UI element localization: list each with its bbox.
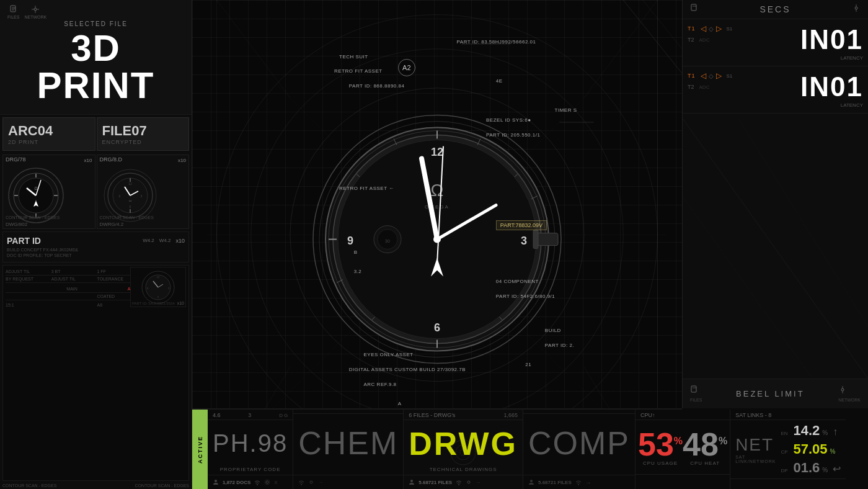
signal-block-1: T1 ◁ ◇ ▷ S1 T2 ADC IN01 LATENCY	[683, 19, 868, 66]
left-top: FILES NETWORK SELECTED FILE 3D PRINT	[0, 0, 192, 115]
svg-line-121	[738, 119, 868, 326]
drwg-gear-overlay	[448, 437, 479, 470]
part-id-desc: BUILD CONCEPT FX:4A4:JK02ME& DOC ID PROF…	[7, 247, 185, 258]
svg-rect-115	[691, 4, 696, 11]
arrow-right-icon-1: ▷	[716, 24, 722, 33]
comp-section[interactable]: COMP 5.68721 FILES →	[523, 410, 636, 489]
svg-line-122	[683, 197, 812, 379]
svg-text:3: 3	[521, 235, 527, 247]
svg-text:6: 6	[129, 205, 131, 209]
cpu-usage-stat: 53% CPU USAGE	[638, 428, 683, 466]
svg-point-107	[451, 440, 476, 465]
person-icon-drwg	[409, 477, 415, 488]
svg-point-114	[578, 484, 579, 485]
diamond-icon-2: ◇	[709, 73, 714, 79]
thumb-drg8d[interactable]: DRG/8.D x10 ω 12 3 6	[97, 155, 190, 229]
left-panel: FILES NETWORK SELECTED FILE 3D PRINT ARC…	[0, 0, 192, 489]
cpu-section: CPU↑ 53% CPU USAGE 48%	[636, 410, 730, 489]
network-label: NETWORK	[24, 15, 46, 19]
chem-section[interactable]: CHEM →	[293, 410, 404, 489]
svg-text:ω: ω	[128, 199, 131, 202]
network-icon-bezel[interactable]	[838, 385, 861, 397]
right-panel-header: SECS	[683, 0, 868, 19]
svg-point-111	[458, 484, 459, 485]
right-panel: SECS T1 ◁ ◇ ▷ S1 T2	[682, 0, 868, 408]
network-icon-right[interactable]	[852, 4, 861, 15]
svg-point-105	[301, 484, 302, 485]
wifi-icon-drwg	[456, 477, 462, 488]
sat-section: SAT LINKS - 8 NET SAT LINK/NETWORK EN	[730, 410, 846, 489]
svg-text:12: 12	[431, 146, 443, 158]
arrow-icon-comp: →	[585, 479, 591, 486]
part-id-section: PART ID W4.2 W4.2 x10 BUILD CONCEPT FX:4…	[2, 231, 189, 262]
svg-text:30: 30	[385, 239, 390, 243]
bezel-limit-section: FILES BEZEL LIMIT NETWORK	[683, 379, 868, 408]
settings-icon-chem	[308, 477, 314, 488]
bottom-sections: 4.6 3 D G PH.98 PROPRIETARY CODE	[208, 410, 846, 489]
data-table-area: ADJUST TIL 3 BT 1 FF COMPUTED TIL BY REQ…	[2, 265, 189, 481]
right-panel-spacer	[683, 119, 868, 379]
active-tab[interactable]: ACTIVE	[192, 410, 208, 489]
arc-file-row: ARC04 2D PRINT FILE07 ENCRYPTED	[2, 117, 189, 151]
main-container: FILES NETWORK SELECTED FILE 3D PRINT ARC…	[0, 0, 868, 489]
files-icon-left[interactable]: FILES	[7, 5, 19, 19]
svg-text:3: 3	[140, 194, 142, 198]
arrow-left-icon-1: ◁	[701, 24, 706, 33]
svg-point-112	[467, 481, 470, 483]
svg-point-108	[456, 445, 471, 460]
ph-section[interactable]: 4.6 3 D G PH.98 PROPRIETARY CODE	[208, 410, 293, 489]
svg-point-109	[460, 449, 466, 455]
settings-icon	[264, 477, 270, 488]
small-watch-thumb[interactable]: 12 6 9 3 x10 PART ID: 5A.8.6923.5534	[130, 267, 186, 307]
svg-point-96	[433, 236, 441, 243]
arrow-up-icon: ↑	[833, 426, 838, 437]
thumb-row: DRG/78 x10	[0, 152, 192, 230]
svg-text:9: 9	[118, 194, 120, 198]
diamond-icon-1: ◇	[709, 25, 714, 32]
svg-rect-123	[691, 386, 696, 392]
cpu-heat-stat: 48% CPU HEAT	[683, 428, 727, 466]
network-icon-left[interactable]: NETWORK	[24, 5, 46, 19]
arc04-box[interactable]: ARC04 2D PRINT	[2, 117, 95, 151]
svg-text:Ω: Ω	[34, 186, 37, 191]
drwg-section[interactable]: 6 FILES - DRWG's 1,665 DRWG TECHNICAL DR…	[404, 410, 523, 489]
arrow-right-icon-2: ▷	[716, 71, 722, 80]
wifi-icon-chem	[298, 477, 304, 488]
file07-box[interactable]: FILE07 ENCRYPTED	[97, 117, 190, 151]
svg-text:6: 6	[434, 321, 440, 334]
files-label: FILES	[7, 15, 19, 19]
person-icon	[213, 477, 219, 488]
wifi-icon-comp	[575, 477, 582, 488]
watch-visualization: 12 3 6 9 Ω OMEGA 30	[307, 109, 567, 370]
svg-text:12: 12	[128, 182, 132, 186]
selected-file-label: SELECTED FILE	[7, 20, 184, 27]
files-icon-right[interactable]	[690, 4, 699, 15]
arrow-left-icon-2: ◁	[701, 71, 706, 80]
right-diagonal-lines	[683, 119, 868, 379]
svg-point-117	[855, 7, 857, 9]
svg-point-110	[410, 480, 413, 482]
svg-line-120	[683, 119, 868, 379]
svg-point-106	[310, 481, 312, 483]
svg-point-103	[266, 481, 268, 483]
settings-icon-drwg	[466, 477, 472, 488]
svg-rect-98	[533, 230, 538, 249]
bottom-bar: ACTIVE 4.6 3 D G PH.98	[192, 408, 682, 489]
main-title-3d: 3D PRINT	[7, 30, 184, 104]
svg-rect-97	[536, 233, 558, 246]
thumb-drg78[interactable]: DRG/78 x10	[2, 155, 95, 229]
signal-block-2: T1 ◁ ◇ ▷ S1 T2 ADC IN01 LATENCY	[683, 66, 868, 114]
svg-point-101	[215, 480, 217, 482]
svg-text:12: 12	[157, 276, 160, 279]
scan-labels: CONTOUR SCAN - EDGES CONTOUR SCAN - EDGE…	[0, 482, 192, 489]
svg-point-102	[257, 484, 258, 485]
wifi-icon	[254, 477, 260, 488]
svg-point-113	[530, 480, 533, 482]
undo-icon: ↩	[833, 463, 841, 475]
svg-point-104	[265, 480, 270, 485]
person-icon-comp	[528, 477, 534, 488]
svg-text:9: 9	[347, 235, 353, 247]
svg-point-4	[34, 8, 37, 11]
files-icon-bezel[interactable]	[690, 385, 702, 397]
svg-point-125	[841, 388, 844, 391]
